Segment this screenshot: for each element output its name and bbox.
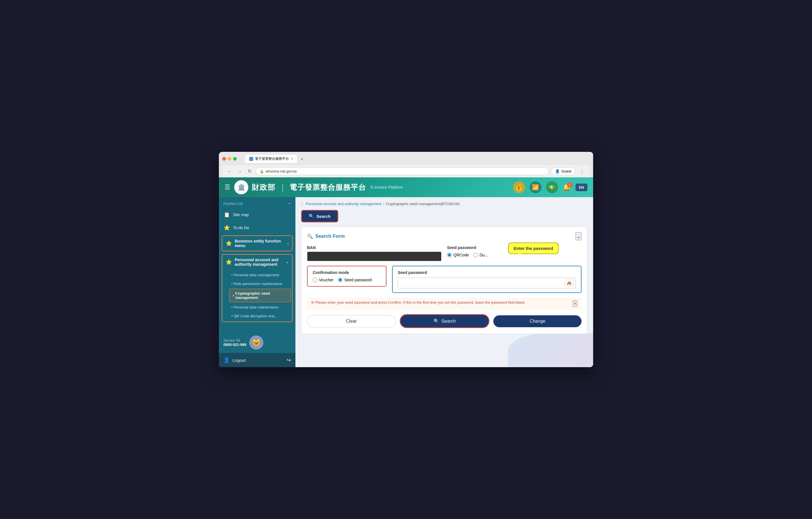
- logout-label: Logout: [232, 358, 245, 363]
- sidebar-business-header[interactable]: ⭐ Business entity function menu ›: [222, 236, 292, 251]
- active-tab[interactable]: 電子發票整合服務平台 ✕: [245, 155, 297, 163]
- seed-password-conf-radio[interactable]: [338, 278, 343, 282]
- back-button[interactable]: ←: [226, 168, 234, 175]
- tab-close-button[interactable]: ✕: [291, 157, 293, 161]
- seed-password-input-title: Seed password: [398, 270, 576, 275]
- sidebar-item-sitemap-label: Site map: [233, 212, 249, 217]
- search-tab-icon: 🔍: [309, 214, 314, 219]
- main-content: ::: Personnel account and authority mana…: [295, 197, 593, 367]
- qrcode-label: QRCode: [453, 253, 469, 257]
- qrcode-radio-option[interactable]: QRCode: [447, 253, 469, 257]
- browser-tabs: 電子發票整合服務平台 ✕ +: [245, 155, 306, 163]
- seed-password-radio-option[interactable]: Seed password: [338, 278, 372, 282]
- sidebar-sub-items: Personal data management Role permission…: [222, 269, 292, 322]
- guest-button[interactable]: 👤 Guest: [551, 167, 576, 175]
- language-button[interactable]: EN: [576, 184, 587, 191]
- forward-button[interactable]: →: [236, 168, 244, 175]
- seed-password-input-box: Seed password 🙈: [392, 266, 581, 293]
- service-tel-info: Service Tel 0800-521-988: [224, 339, 246, 347]
- ban-label: BAN: [307, 245, 441, 250]
- collapse-button[interactable]: ⌄: [576, 232, 581, 240]
- address-bar[interactable]: 🔒 einvoice.nat.gov.tw: [256, 167, 549, 175]
- browser-window: 電子發票整合服務平台 ✕ + ← → ↻ 🔒 einvoice.nat.gov.…: [219, 152, 593, 367]
- address-text: einvoice.nat.gov.tw: [266, 169, 297, 173]
- dollar-icon[interactable]: 💵: [546, 181, 558, 193]
- header-subtitle: E-Invoice Platform: [371, 185, 403, 189]
- du-radio[interactable]: [473, 253, 478, 257]
- voucher-label: Voucher: [319, 278, 334, 282]
- search-button-label: Search: [441, 319, 456, 324]
- guest-icon: 👤: [555, 169, 560, 173]
- new-tab-button[interactable]: +: [298, 155, 306, 163]
- sidebar-item-personal-data[interactable]: Personal data management: [228, 271, 292, 279]
- person-icon: 👤: [224, 357, 230, 363]
- voucher-radio[interactable]: [313, 278, 317, 282]
- search-button-icon: 🔍: [434, 318, 439, 324]
- confirmation-mode-title: Confirmation mode: [313, 270, 381, 275]
- header-icons: 💰 📶 💵 🔔 0 EN: [513, 181, 587, 193]
- browser-menu-button[interactable]: ⋮: [578, 168, 586, 175]
- clear-button[interactable]: Clear: [307, 315, 396, 328]
- toggle-password-button[interactable]: 🙈: [565, 280, 574, 286]
- sidebar-personnel-header[interactable]: ⭐ Personnel account and authority manage…: [222, 255, 292, 269]
- notification-wrapper[interactable]: 🔔 0: [562, 183, 571, 191]
- function-list-label: Function List −: [219, 197, 295, 208]
- sidebar-footer-area: Service Tel 0800-521-988 🐱 👤 Logout ↪: [219, 332, 295, 367]
- action-row: Clear 🔍 Search Change: [307, 314, 581, 328]
- notice-row: ※ Please enter your seed password and pr…: [307, 298, 581, 310]
- voucher-radio-option[interactable]: Voucher: [313, 278, 334, 282]
- seed-password-conf-label: Seed password: [344, 278, 372, 282]
- notice-close-button[interactable]: ✕: [573, 300, 578, 307]
- breadcrumb-link[interactable]: Personnel account and authority manageme…: [306, 202, 381, 206]
- sidebar-item-sitemap[interactable]: 📋 Site map: [219, 208, 295, 221]
- sitemap-icon: 📋: [224, 212, 230, 218]
- confirmation-mode-box: Confirmation mode Voucher Seed password: [307, 266, 386, 287]
- hamburger-icon[interactable]: ☰: [225, 184, 230, 191]
- coin-icon[interactable]: 💰: [513, 181, 525, 193]
- search-form-title-icon: 🔍: [307, 234, 313, 239]
- logout-button[interactable]: 👤 Logout ↪: [219, 353, 295, 367]
- sidebar-section-business: ⭐ Business entity function menu ›: [222, 236, 293, 251]
- ban-input[interactable]: [307, 251, 441, 261]
- tab-favicon: [249, 157, 253, 161]
- sidebar-item-crypto-seed[interactable]: Cryptographic seed management: [229, 289, 291, 302]
- search-tab-button[interactable]: 🔍 Search: [301, 210, 338, 222]
- header-logo: 🏛️: [234, 180, 249, 194]
- search-form-card: 🔍 Search Form ⌄ BAN Seed password: [301, 226, 587, 334]
- header-divider: ｜: [279, 182, 286, 192]
- refresh-button[interactable]: ↻: [246, 168, 253, 175]
- sidebar-item-personal-data2[interactable]: Personal data maintenance: [228, 303, 292, 312]
- app-header: ☰ 🏛️ 財政部 ｜ 電子發票整合服務平台 E-Invoice Platform…: [219, 177, 593, 197]
- form-row-1: BAN Seed password Enter the password QR: [307, 245, 581, 261]
- search-button[interactable]: 🔍 Search: [400, 314, 490, 328]
- change-button[interactable]: Change: [493, 315, 581, 327]
- minimize-button[interactable]: [228, 157, 231, 161]
- address-security-icon: 🔒: [260, 170, 264, 173]
- guest-label: Guest: [561, 169, 571, 173]
- sidebar-personnel-label: Personnel account and authority manageme…: [235, 257, 283, 267]
- sidebar-item-qrcode[interactable]: QR Code decryption and...: [228, 312, 292, 320]
- password-input-wrapper: 🙈: [398, 278, 576, 288]
- cat-avatar: 🐱: [249, 335, 263, 349]
- header-title-main: 電子發票整合服務平台: [289, 182, 366, 192]
- close-button[interactable]: [222, 157, 226, 161]
- tab-title: 電子發票整合服務平台: [255, 156, 289, 161]
- qrcode-radio[interactable]: [447, 253, 452, 257]
- star-icon: ⭐: [224, 225, 230, 231]
- logo-emoji: 🏛️: [238, 184, 245, 191]
- seed-password-input[interactable]: [398, 278, 576, 288]
- eye-slash-icon: 🙈: [567, 281, 572, 285]
- du-radio-option[interactable]: Du...: [473, 253, 488, 257]
- breadcrumb-separator: /: [383, 202, 384, 206]
- sidebar-item-role-permission[interactable]: Role permission maintenance: [228, 279, 292, 288]
- personnel-icon: ⭐: [226, 259, 232, 265]
- seed-password-form-group: Seed password Enter the password QRCode: [447, 245, 581, 257]
- sidebar-collapse-button[interactable]: −: [288, 201, 291, 207]
- du-label: Du...: [480, 253, 488, 257]
- maximize-button[interactable]: [233, 157, 237, 161]
- wifi-icon[interactable]: 📶: [530, 181, 542, 193]
- breadcrumb: ::: Personnel account and authority mana…: [301, 202, 587, 206]
- business-chevron-icon: ›: [288, 241, 289, 245]
- sidebar-item-todo[interactable]: ⭐ To-do list: [219, 221, 295, 234]
- business-icon: ⭐: [226, 240, 232, 246]
